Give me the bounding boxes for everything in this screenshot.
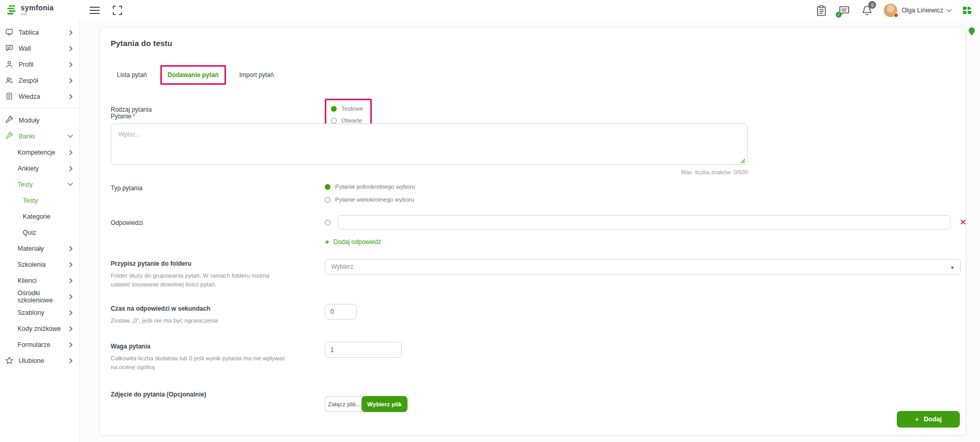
radio-checked-icon[interactable] [325, 184, 330, 190]
sidebar-item-zespol[interactable]: Zespół [0, 72, 79, 88]
chevron-down-icon [68, 134, 73, 138]
sidebar-item-label: Quiz [23, 229, 36, 236]
board-icon [5, 28, 14, 37]
plus-icon: + [915, 415, 919, 423]
sidebar-item-formularze[interactable]: Formularze [0, 337, 79, 353]
radio-unchecked-icon[interactable] [325, 197, 330, 203]
radio-option-testowe[interactable]: Testowe [331, 105, 363, 112]
sidebar-item-kody-znizkowe[interactable]: Kody zniżkowe [0, 321, 79, 337]
sidebar-item-quiz[interactable]: Quiz [0, 224, 79, 240]
add-question-button[interactable]: + Dodaj [897, 411, 960, 428]
add-answer-label: Dodaj odpowiedź [334, 238, 381, 246]
sidebar-item-label: Zespół [19, 77, 38, 84]
apps-grid-icon[interactable] [963, 6, 972, 14]
tab-dodawanie-pytan[interactable]: Dodawanie pytań [160, 65, 226, 85]
time-description: Zostaw „0”, jeśli nie ma być ograniczeni… [111, 316, 287, 325]
sidebar-item-tablica[interactable]: Tablica [0, 24, 79, 40]
time-label: Czas na odpowiedzi w sekundach [111, 305, 325, 312]
radio-option-label: Testowe [341, 105, 363, 112]
sidebar-item-label: Testy [23, 197, 38, 204]
radio-option-otwarte[interactable]: Otwarte [331, 117, 363, 124]
menu-toggle-icon[interactable] [89, 5, 100, 16]
clipboard-icon[interactable] [816, 5, 827, 16]
sidebar-item-osrodki-szkoleniowe[interactable]: Ośrodki szkoleniowe [0, 288, 79, 304]
sidebar-item-label: Banki [19, 133, 35, 140]
sidebar-item-klienci[interactable]: Klienci [0, 272, 79, 288]
remove-answer-icon[interactable]: ✕ [960, 218, 967, 227]
sidebar-item-label: Tablica [19, 29, 39, 36]
char-counter: Max. liczba znaków: 0/500 [111, 169, 748, 175]
sidebar-item-materialy[interactable]: Materiały [0, 240, 79, 256]
user-menu[interactable]: Olga Liniewicz [884, 4, 952, 17]
fullscreen-icon[interactable] [112, 5, 123, 16]
chevron-down-icon: ▼ [950, 265, 955, 270]
question-label: Pytanie [111, 113, 131, 120]
symfonia-logo-icon [6, 5, 17, 16]
radio-option-label: Pytanie wielokrotnego wyboru [335, 196, 414, 203]
star-icon [5, 356, 14, 365]
sidebar-item-kompetencje[interactable]: Kompetencje [0, 144, 79, 160]
chat-icon [5, 44, 14, 53]
sidebar-item-wall[interactable]: Wall [0, 40, 79, 56]
sidebar-item-ulubione[interactable]: Ulubione [0, 353, 79, 369]
time-input[interactable] [325, 304, 357, 319]
chevron-right-icon [69, 342, 73, 347]
answer-correct-radio[interactable] [325, 220, 330, 225]
messages-status-check-icon: ✓ [836, 12, 841, 18]
chevron-right-icon [69, 46, 73, 51]
sidebar-item-label: Klienci [18, 277, 37, 284]
image-label: Zdjęcie do pytania (Opcjonalnie) [111, 391, 325, 398]
chevron-right-icon [69, 62, 73, 67]
sidebar-item-label: Ośrodki szkoleniowe [18, 289, 69, 304]
question-type-label: Typ pytania [111, 185, 325, 192]
plus-icon: + [325, 238, 329, 246]
chevron-right-icon [69, 166, 73, 171]
brand-logo[interactable]: symfonia HR [0, 4, 78, 17]
sidebar-item-label: Ulubione [19, 357, 44, 364]
sidebar-item-wiedza[interactable]: Wiedza [0, 88, 79, 104]
brand-sub: HR [21, 12, 54, 17]
sidebar-item-profil[interactable]: Profil [0, 56, 79, 72]
brand-name: symfonia [21, 4, 54, 11]
folder-select[interactable]: Wybierz ▼ [325, 259, 961, 275]
file-placeholder[interactable]: Załącz plik... [325, 396, 364, 412]
sidebar: Tablica Wall Profil Zespół Wiedza Moduły… [0, 21, 80, 442]
sidebar-item-banki[interactable]: Banki [0, 128, 79, 144]
folder-label: Przypisz pytanie do folderu [111, 260, 325, 267]
chevron-down-icon [946, 9, 952, 12]
browse-file-button[interactable]: Wybierz plik [361, 396, 408, 412]
radio-checked-icon[interactable] [331, 106, 337, 112]
sidebar-item-kategorie[interactable]: Kategorie [0, 208, 79, 224]
radio-unchecked-icon[interactable] [331, 118, 337, 124]
notifications-bell-icon[interactable]: 5 [861, 5, 872, 16]
sidebar-item-szkolenia[interactable]: Szkolenia [0, 256, 79, 272]
topbar: symfonia HR ✓ [0, 0, 980, 21]
sidebar-item-label: Ankiety [18, 165, 39, 172]
sidebar-item-szablony[interactable]: Szablony [0, 304, 79, 321]
person-icon [5, 60, 14, 69]
sidebar-item-testy-sub[interactable]: Testy [0, 192, 79, 208]
tab-import-pytan[interactable]: Import pytań [233, 65, 280, 85]
chevron-right-icon [69, 150, 73, 155]
tab-lista-pytan[interactable]: Lista pytań [111, 65, 153, 85]
add-answer-button[interactable]: + Dodaj odpowiedź [325, 238, 967, 246]
sidebar-item-moduly[interactable]: Moduły [0, 112, 79, 128]
sidebar-item-ankiety[interactable]: Ankiety [0, 160, 79, 176]
messages-icon[interactable]: ✓ [838, 5, 850, 16]
user-status-dot [894, 13, 898, 18]
sidebar-item-testy[interactable]: Testy [0, 176, 79, 192]
radio-option-single-choice[interactable]: Pytanie jednokrotnego wyboru [325, 184, 955, 190]
radio-option-label: Otwarte [341, 117, 362, 124]
sidebar-item-label: Formularze [18, 341, 50, 348]
answer-input[interactable] [338, 215, 951, 230]
radio-option-multi-choice[interactable]: Pytanie wielokrotnego wyboru [325, 196, 955, 203]
lightbulb-icon[interactable] [968, 27, 976, 36]
question-textarea[interactable] [111, 124, 748, 165]
weight-input[interactable] [325, 342, 402, 358]
sidebar-item-label: Testy [18, 181, 33, 188]
chevron-right-icon [69, 30, 73, 35]
sidebar-item-label: Moduły [19, 117, 39, 124]
file-upload-widget[interactable]: Załącz plik... Wybierz plik [325, 396, 408, 412]
weight-row: Waga pytania Całkowita liczba dodatnia l… [111, 342, 955, 371]
sidebar-item-label: Profil [19, 61, 33, 68]
